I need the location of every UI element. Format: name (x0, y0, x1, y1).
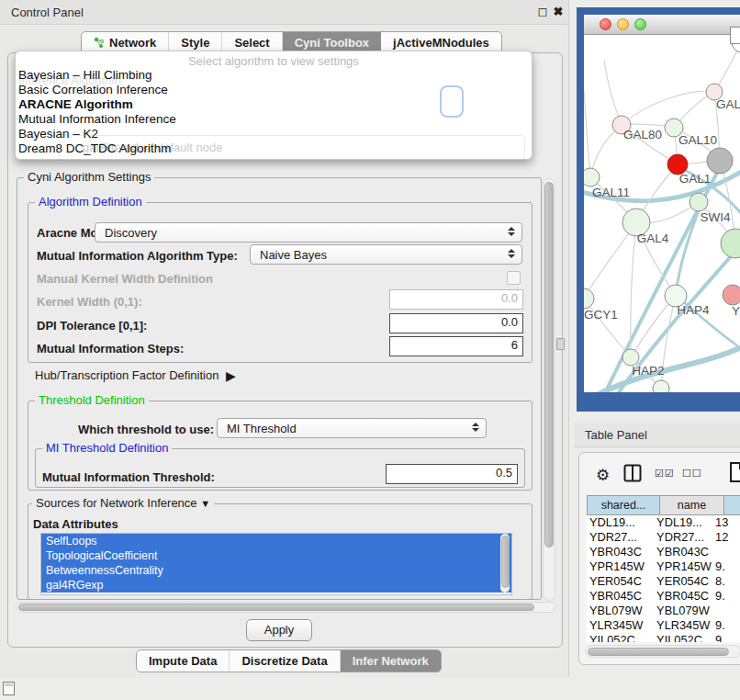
hub-definition-toggle[interactable]: Hub/Transcription Factor Definition ▶ (35, 367, 232, 382)
threshold-definition-title: Threshold Definition (35, 393, 149, 407)
unchecked-boxes-icon[interactable]: ☐☐ (682, 468, 702, 480)
attribute-item-betweennesscentrality[interactable]: BetweennessCentrality (41, 563, 511, 578)
column-header-a[interactable]: A (724, 495, 740, 515)
attribute-item-selfloops[interactable]: SelfLoops (41, 534, 511, 548)
table-row[interactable]: YBL079WYBL079W (587, 604, 740, 618)
table-cell: YBR043C (587, 545, 654, 559)
float-window-icon[interactable]: ◻ (535, 5, 550, 19)
table-row[interactable]: YDL19...YDL19...13 (587, 515, 740, 530)
algorithm-option-mutual-information-inference[interactable]: Mutual Information Inference (16, 112, 532, 127)
table-header: shared...nameA (587, 495, 740, 515)
table-row[interactable]: YLR345WYLR345W9. (587, 618, 740, 633)
table-cell (712, 545, 740, 559)
network-canvas[interactable]: GALGAL80GAL10GAL1GAL11SWI4GAL4GCY1HAP4YH… (584, 35, 740, 392)
attribute-item-topologicalcoefficient[interactable]: TopologicalCoefficient (41, 548, 511, 563)
table-row[interactable]: YER054CYER054C8. (587, 574, 740, 589)
network-node-gcy1[interactable] (584, 288, 594, 309)
settings-vscrollbar[interactable] (543, 178, 555, 601)
table-cell: YBR043C (654, 545, 712, 559)
data-attributes-list: SelfLoopsTopologicalCoefficientBetweenne… (40, 533, 512, 595)
mi-type-label: Mutual Information Algorithm Type: (37, 249, 238, 263)
column-header-name[interactable]: name (660, 495, 724, 515)
algorithm-option-bayesian-k2[interactable]: Bayesian – K2 (16, 127, 532, 141)
node-label-hap4: HAP4 (677, 303, 710, 317)
node-label-gal11: GAL11 (592, 186, 630, 199)
table-row[interactable]: YBR043CYBR043C (587, 545, 740, 559)
tab-label: jActiveMNodules (393, 36, 489, 50)
algorithm-option-aracne-algorithm[interactable]: ARACNE Algorithm (16, 97, 532, 112)
table-cell: YBL079W (587, 604, 654, 618)
table-hscrollbar[interactable] (585, 645, 740, 658)
list-vscrollbar-thumb[interactable] (501, 536, 510, 588)
settings-vscrollbar-thumb[interactable] (544, 182, 554, 548)
minimize-traffic-light-icon[interactable] (617, 18, 629, 30)
attribute-item-gal4rgexp[interactable]: gal4RGexp (41, 578, 511, 593)
collapsed-arrow-icon[interactable]: ▶ (226, 368, 236, 383)
network-node[interactable] (653, 380, 669, 392)
combo-spinner-icon (508, 249, 515, 258)
table-cell: 9. (712, 589, 740, 604)
network-node-y[interactable] (723, 285, 740, 305)
tab-impute-data[interactable]: Impute Data (137, 650, 230, 672)
network-node[interactable] (707, 148, 733, 174)
node-label-y: Y (732, 304, 740, 318)
network-node-swi4[interactable] (690, 193, 708, 211)
table-panel-title: Table Panel (585, 428, 647, 442)
panel-splitter-grip[interactable] (556, 338, 565, 350)
document-icon[interactable] (729, 461, 740, 483)
algorithm-option-dream8-dc-tdc-algorithm[interactable]: Dream8 DC_TDC Algorithm (16, 141, 532, 156)
apply-button[interactable]: Apply (246, 619, 312, 641)
cyni-settings-group-title: Cyni Algorithm Settings (24, 170, 154, 184)
mi-threshold-field[interactable]: 0.5 (386, 464, 518, 484)
tab-label: Style (181, 36, 209, 50)
node-label-hap2: HAP2 (632, 364, 664, 378)
sources-group-title[interactable]: Sources for Network Inference ▼ (32, 496, 214, 510)
dpi-tolerance-field[interactable]: 0.0 (389, 313, 523, 333)
gear-icon[interactable]: ⚙ (596, 466, 610, 485)
table-cell: YDL19... (587, 515, 654, 530)
settings-hscrollbar-thumb[interactable] (18, 604, 534, 611)
table-cell: 8. (712, 574, 740, 589)
node-label-swi4: SWI4 (700, 210, 730, 224)
zoom-traffic-light-icon[interactable] (634, 18, 646, 30)
table-row[interactable]: YDR27...YDR27...12 (587, 530, 740, 545)
tab-infer-network[interactable]: Infer Network (341, 650, 441, 672)
list-vscrollbar[interactable] (500, 534, 510, 593)
table-cell: YDR27... (587, 530, 654, 545)
aracne-mode-combo[interactable]: Discovery (95, 222, 522, 243)
algorithm-option-bayesian-hill-climbing[interactable]: Bayesian – Hill Climbing (16, 68, 532, 83)
table-row[interactable]: YPR145WYPR145W9. (587, 559, 740, 574)
network-node-gal11[interactable] (584, 168, 600, 186)
table-cell: YLR345W (654, 618, 712, 633)
mi-type-value: Naive Bayes (260, 248, 327, 262)
close-window-icon[interactable]: ✖ (551, 5, 566, 19)
kernel-width-field[interactable]: 0.0 (389, 289, 523, 310)
table-cell: 9. (712, 559, 740, 574)
network-node[interactable] (721, 229, 740, 258)
table-row[interactable]: YBR045CYBR045C9. (587, 589, 740, 604)
checked-boxes-icon[interactable]: ☑☑ (655, 468, 675, 480)
table-row[interactable]: YIL052CYIL052C9 (587, 633, 740, 642)
network-window-titlebar[interactable] (584, 15, 740, 35)
mi-type-combo[interactable]: Naive Bayes (250, 244, 522, 265)
algorithm-option-basic-correlation-inference[interactable]: Basic Correlation Inference (16, 83, 532, 97)
docked-panel-icon[interactable] (3, 682, 15, 695)
table-cell: 9. (712, 618, 740, 633)
which-threshold-combo[interactable]: MI Threshold (217, 418, 487, 438)
table-cell: YBL079W (654, 604, 712, 618)
network-corner-widget[interactable] (730, 27, 740, 44)
expanded-arrow-icon[interactable]: ▼ (200, 498, 210, 509)
node-label-gal10: GAL10 (678, 133, 717, 147)
close-traffic-light-icon[interactable] (600, 18, 611, 30)
tab-label: Infer Network (353, 654, 429, 668)
manual-kernel-checkbox[interactable] (507, 271, 521, 285)
settings-hscrollbar[interactable] (16, 602, 555, 613)
column-header-shared[interactable]: shared... (587, 495, 660, 515)
table-hscrollbar-thumb[interactable] (588, 648, 729, 656)
aracne-mode-value: Discovery (105, 226, 157, 240)
table-cell: 13 (712, 515, 740, 530)
node-label-gal1: GAL1 (679, 172, 712, 186)
tab-discretize-data[interactable]: Discretize Data (230, 650, 340, 672)
mi-steps-field[interactable]: 6 (389, 336, 523, 356)
split-columns-icon[interactable] (623, 464, 642, 482)
